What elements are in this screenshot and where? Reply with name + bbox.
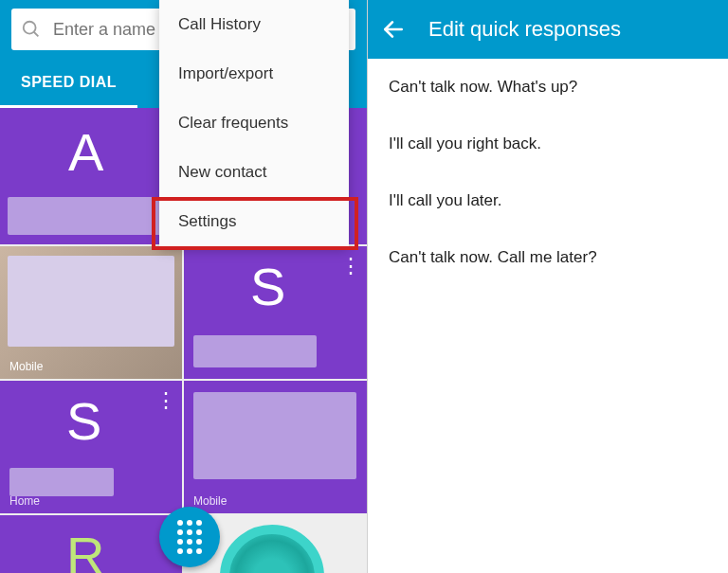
contact-tile[interactable]: S ⋮ Home (0, 381, 182, 513)
redacted-name (193, 335, 317, 367)
contact-initial: S (250, 256, 285, 317)
contact-tile[interactable]: S ⋮ (184, 246, 367, 379)
contact-initial: A (68, 121, 103, 183)
contact-label: Mobile (9, 360, 43, 373)
dialpad-icon (177, 520, 202, 554)
contact-initial: R (66, 525, 104, 573)
dialer-screen: SPEED DIAL R A Mobile S ⋮ S ⋮ Home (0, 0, 367, 573)
page-title: Edit quick responses (428, 17, 621, 42)
menu-call-history[interactable]: Call History (159, 0, 349, 49)
response-list: Can't talk now. What's up? I'll call you… (368, 59, 728, 286)
quick-response-item[interactable]: I'll call you later. (368, 172, 728, 229)
overflow-icon[interactable]: ⋮ (340, 254, 359, 278)
search-icon (21, 19, 42, 40)
contact-label: Mobile (193, 494, 227, 508)
tab-speed-dial[interactable]: SPEED DIAL (0, 59, 137, 108)
contact-tile-round[interactable] (220, 525, 324, 573)
contact-initial: S (66, 390, 101, 452)
back-icon[interactable] (381, 17, 406, 42)
contact-label: Home (9, 494, 40, 508)
redacted-name (9, 468, 114, 496)
svg-line-1 (34, 32, 39, 37)
app-bar: Edit quick responses (368, 0, 728, 59)
redacted-photo (8, 256, 174, 347)
menu-import-export[interactable]: Import/export (159, 49, 349, 98)
quick-response-item[interactable]: Can't talk now. What's up? (368, 59, 728, 116)
dialpad-fab[interactable] (159, 507, 220, 567)
contact-tile[interactable]: R (0, 515, 182, 573)
quick-responses-screen: Edit quick responses Can't talk now. Wha… (367, 0, 728, 573)
overflow-menu: Call History Import/export Clear frequen… (159, 0, 349, 246)
menu-clear-frequents[interactable]: Clear frequents (159, 98, 349, 148)
svg-point-0 (24, 22, 36, 34)
menu-new-contact[interactable]: New contact (159, 148, 349, 197)
menu-settings[interactable]: Settings (159, 197, 349, 246)
overflow-icon[interactable]: ⋮ (155, 388, 174, 413)
contact-tile[interactable]: Mobile (184, 381, 367, 513)
contact-tile[interactable]: Mobile (0, 246, 182, 379)
quick-response-item[interactable]: Can't talk now. Call me later? (368, 229, 728, 286)
redacted-photo (193, 392, 356, 479)
quick-response-item[interactable]: I'll call you right back. (368, 116, 728, 172)
